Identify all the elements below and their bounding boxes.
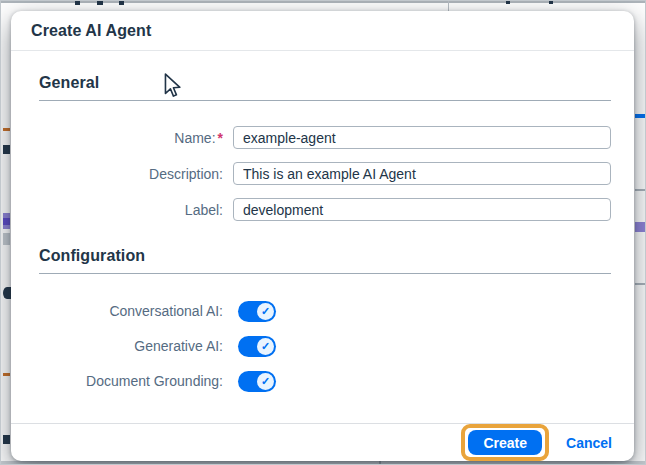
backdrop-fragment	[3, 145, 10, 154]
backdrop-fragment	[75, 1, 80, 5]
check-icon: ✓	[261, 376, 270, 387]
dialog-header: Create AI Agent	[11, 11, 634, 51]
backdrop-fragment	[635, 283, 646, 285]
check-icon: ✓	[261, 306, 270, 317]
annotation-highlight-box: Create	[461, 424, 549, 461]
dialog-title: Create AI Agent	[31, 22, 151, 39]
name-label-text: Name:	[174, 130, 215, 146]
toggle-row-conversational-ai: Conversational AI: ✓	[39, 300, 611, 322]
label-label: Label:	[39, 202, 223, 218]
create-button[interactable]: Create	[468, 430, 542, 455]
backdrop-fragment	[635, 189, 646, 191]
section-heading-general: General	[39, 74, 611, 92]
backdrop-fragment	[3, 435, 10, 444]
dialog-body: General Name:* Description: Label: Confi…	[11, 74, 634, 392]
description-label: Description:	[39, 166, 223, 182]
backdrop-fragment	[635, 222, 646, 232]
section-divider	[39, 100, 611, 101]
conversational-ai-label: Conversational AI:	[39, 303, 223, 319]
screen: Create AI Agent General Name:* Descripti…	[0, 0, 646, 465]
create-ai-agent-dialog: Create AI Agent General Name:* Descripti…	[11, 11, 634, 461]
toggle-handle: ✓	[257, 338, 274, 355]
backdrop-fragment	[3, 373, 10, 376]
check-icon: ✓	[261, 341, 270, 352]
backdrop-fragment	[379, 461, 381, 465]
backdrop-fragment	[3, 233, 10, 245]
section-divider	[39, 273, 611, 274]
backdrop-fragment	[3, 287, 11, 299]
toggle-handle: ✓	[257, 303, 274, 320]
toggle-generative-ai[interactable]: ✓	[238, 336, 276, 357]
toggle-row-document-grounding: Document Grounding: ✓	[39, 370, 611, 392]
general-form: Name:* Description: Label:	[39, 126, 611, 221]
toggle-handle: ✓	[257, 373, 274, 390]
dialog-footer: Create Cancel	[11, 423, 634, 461]
backdrop-fragment	[635, 114, 646, 118]
toggle-conversational-ai[interactable]: ✓	[238, 301, 276, 322]
backdrop-fragment	[506, 1, 510, 4]
cancel-button[interactable]: Cancel	[562, 435, 616, 451]
toggle-document-grounding[interactable]: ✓	[238, 371, 276, 392]
backdrop-fragment	[448, 1, 449, 11]
backdrop-fragment	[97, 1, 103, 5]
backdrop-fragment	[3, 128, 10, 131]
section-heading-configuration: Configuration	[39, 247, 611, 265]
generative-ai-label: Generative AI:	[39, 338, 223, 354]
name-input[interactable]	[233, 126, 611, 149]
label-input[interactable]	[233, 198, 611, 221]
backdrop-fragment	[3, 218, 10, 225]
backdrop-fragment	[119, 1, 124, 5]
backdrop-fragment	[549, 1, 553, 4]
description-input[interactable]	[233, 162, 611, 185]
form-row-name: Name:*	[39, 126, 611, 149]
form-row-description: Description:	[39, 162, 611, 185]
required-asterisk: *	[218, 130, 223, 146]
configuration-toggles: Conversational AI: ✓ Generative AI: ✓	[39, 300, 611, 392]
name-label: Name:*	[39, 130, 223, 146]
backdrop-bottom-strip	[1, 461, 646, 465]
form-row-label: Label:	[39, 198, 611, 221]
toggle-row-generative-ai: Generative AI: ✓	[39, 335, 611, 357]
document-grounding-label: Document Grounding:	[39, 373, 223, 389]
